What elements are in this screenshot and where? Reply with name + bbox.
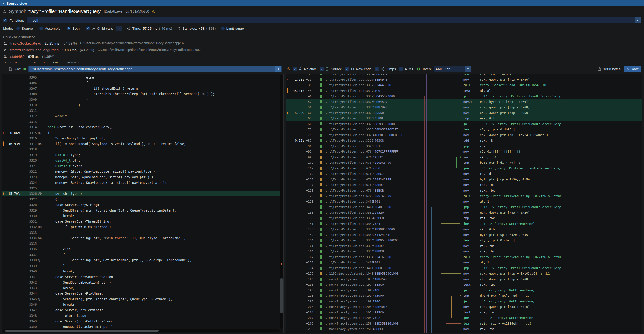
- source-line[interactable]: 3335 }: [2, 241, 284, 246]
- source-line[interactable]: 3323 memcpy( &ptr, &payload.ptr, sizeof(…: [2, 174, 284, 180]
- raw-code-toggle[interactable]: Raw code: [345, 67, 372, 71]
- source-list-icon[interactable]: [3, 67, 6, 71]
- asm-row[interactable]: +92..t\TracyProfiler.hpp:67649C7C1FFFFFF…: [286, 149, 642, 155]
- asm-file-line[interactable]: ..t\TracyProfiler.cpp:3334: [326, 233, 373, 237]
- source-line[interactable]: 3306 {: [2, 80, 284, 86]
- asm-file-line[interactable]: ..t\TracyProfiler.hpp:676: [326, 194, 373, 198]
- asm-row[interactable]: +46..t\TracyProfiler.cpp:33170F843502000…: [286, 93, 642, 99]
- asm-row[interactable]: +117..t\TracyProfiler.hpp:676488BD7movrd…: [286, 182, 642, 188]
- asm-file-line[interactable]: ..t\TracyProfiler.cpp:3326: [326, 133, 373, 137]
- asm-file-line[interactable]: ..mon\TracySystem.cpp:199: [326, 289, 373, 292]
- source-line[interactable]: 3321 uint32_t extra;: [2, 163, 284, 169]
- source-line[interactable]: 3342 SendSourceLocation( ptr );: [2, 280, 284, 285]
- asm-source-toggle[interactable]: Source: [320, 67, 342, 71]
- asm-file-line[interactable]: ..mon\TracySystem.cpp:199: [326, 300, 373, 303]
- source-line[interactable]: 3305 else: [2, 75, 284, 80]
- collapse-arrow-icon[interactable]: ▼: [2, 2, 4, 5]
- asm-row[interactable]: +198..mon\TracySystem.cpp:199744Cje.L6->…: [286, 299, 642, 304]
- asm-row[interactable]: +39..t\TracyProfiler.cpp:3317E824AA0000c…: [286, 82, 642, 88]
- chevron-down-icon[interactable]: [634, 17, 641, 23]
- asm-file-line[interactable]: ..t\TracyProfiler.cpp:3401: [326, 200, 373, 203]
- source-line[interactable]: 3350 QueueCallstackFrame( ptr );: [2, 324, 284, 330]
- parent-frame-button[interactable]: ▲: [116, 26, 122, 31]
- asm-file-line[interactable]: ..mon\TracySystem.cpp:203: [326, 316, 373, 320]
- asm-file-line[interactable]: ..t\TracyProfiler.cpp:3334: [326, 250, 373, 253]
- asm-row[interactable]: +141..t\TracyProfiler.cpp:33327524jne.L1…: [286, 221, 642, 227]
- asm-row[interactable]: +120..t\TracyProfiler.hpp:676488BCBmovrc…: [286, 188, 642, 193]
- child-call-item[interactable]: 1.tracy::Socket::Read25.25 ms(54.89%)C:\…: [0, 40, 644, 46]
- asm-file-line[interactable]: ..t\TracyProfiler.cpp:3317: [326, 94, 373, 98]
- att-checkbox[interactable]: [399, 67, 403, 71]
- source-line[interactable]: 3343 break;: [2, 285, 284, 291]
- source-line[interactable]: 3346 break;: [2, 302, 284, 308]
- asm-row[interactable]: +138..t\TracyProfiler.cpp:3332483BF8cmpr…: [286, 215, 642, 221]
- child-calls-toggle[interactable]: Child calls: [86, 26, 113, 30]
- source-line[interactable]: 3307 if( shouldExit ) return;: [2, 86, 284, 91]
- mode-radio-both[interactable]: Both: [66, 26, 80, 30]
- asm-row[interactable]: +149..t\TracyProfiler.cpp:3334C64424205F…: [286, 232, 642, 238]
- asm-file-line[interactable]: ..t\TracyProfiler.cpp:3317: [326, 83, 373, 87]
- asm-row[interactable]: 45.41%+44..t\TracyProfiler.cpp:331784C0t…: [286, 88, 642, 94]
- asm-row[interactable]: +79..t\TracyProfiler.cpp:3326418B8C80E0B…: [286, 132, 642, 138]
- assembly-pane[interactable]: +31..t\TracyProfiler.cpp:3317488D5597lea…: [286, 74, 642, 333]
- asm-row[interactable]: +190..mon\TracySystem.cpp:1974885C0testr…: [286, 282, 642, 288]
- source-line[interactable]: 3316 ServerQueryPacket payload;: [2, 136, 284, 141]
- asm-row[interactable]: +99..t\TracyProfiler.hpp:67649FFC1incr9;…: [286, 155, 642, 160]
- asm-file-line[interactable]: ..t\TracyProfiler.cpp:3332: [326, 222, 373, 225]
- source-line[interactable]: 3340 break;: [2, 269, 284, 274]
- asm-row[interactable]: +195..mon\TracySystem.cpp:199443900cmpdw…: [286, 293, 642, 299]
- source-line[interactable]: 3345@1 SendString( ptr, (const char*)ptr…: [2, 296, 284, 302]
- asm-row[interactable]: +179..1103\include\atomic:1048488B05B63C…: [286, 271, 642, 276]
- source-line[interactable]: 3348 return false;: [2, 313, 284, 319]
- asm-row[interactable]: 0.22%+87..t\TracyProfiler.cpp:33264903C8…: [286, 138, 642, 144]
- source-line[interactable]: 3329 SendString( ptr, (const char*)ptr, …: [2, 208, 284, 213]
- titlebar[interactable]: ▼ Source view: [0, 0, 644, 6]
- source-line[interactable]: 3332@3 if( ptr == m_mainThread ): [2, 224, 284, 230]
- child-call-item[interactable]: 3.stat64i32625 µs(1.36%): [0, 53, 644, 60]
- asm-row[interactable]: +161..t\TracyProfiler.cpp:3334488BD7movr…: [286, 243, 642, 249]
- uarch-combo[interactable]: AMD Zen 3: [433, 66, 471, 72]
- asm-file-line[interactable]: ..t\TracyProfiler.cpp:3326: [326, 111, 373, 115]
- asm-file-line[interactable]: ..mon\TracySystem.cpp:258: [326, 327, 373, 331]
- file-combo[interactable]: C:\Users\wolf\Desktop\darkrl\contrib\tra…: [28, 66, 282, 72]
- asm-file-line[interactable]: ..t\TracyProfiler.hpp:676: [326, 161, 373, 165]
- source-horizontal-scrollbar[interactable]: [3, 329, 280, 332]
- child-call-item[interactable]: 4.KeSynchronizeExecution125 µs(0.27%): [0, 60, 644, 63]
- jumps-checkbox[interactable]: [375, 67, 379, 71]
- asm-file-line[interactable]: ..t\TracyProfiler.cpp:3401: [326, 266, 373, 270]
- asm-row[interactable]: +109..t\TracyProfiler.hpp:6764C8BC7movr8…: [286, 171, 642, 177]
- asm-row[interactable]: +154..t\TracyProfiler.cpp:33344C8D055FBA…: [286, 238, 642, 243]
- source-line[interactable]: 3312 #endif: [2, 114, 284, 119]
- asm-row[interactable]: +209..mon\TracySystem.cpp:258488D35E8861…: [286, 321, 642, 327]
- asm-file-line[interactable]: ..t\TracyProfiler.cpp:3326: [326, 128, 373, 131]
- mode-radio-source[interactable]: Source: [16, 26, 33, 30]
- asm-file-line[interactable]: ..t\TracyProfiler.hpp:676: [326, 183, 373, 186]
- source-line[interactable]: 3337 {: [2, 252, 284, 258]
- source-pane[interactable]: 3305 else3306 {3307 if( shouldExit ) ret…: [2, 74, 284, 333]
- mode-radio-assembly[interactable]: Assembly: [39, 26, 60, 30]
- asm-row[interactable]: +164..t\TracyProfiler.cpp:3334488BCBmovr…: [286, 249, 642, 254]
- chevron-down-icon[interactable]: [275, 66, 282, 72]
- source-line[interactable]: 3328 case ServerQueryString:: [2, 202, 284, 208]
- asm-row[interactable]: +193..mon\TracySystem.cpp:199740Eje.L3->…: [286, 288, 642, 293]
- source-line[interactable]: 3310 }: [2, 102, 284, 108]
- source-line[interactable]: 3308 std::this_thread::sleep_for( std::c…: [2, 91, 284, 97]
- asm-file-line[interactable]: ..mon\TracySystem.cpp:199: [326, 294, 373, 298]
- source-line[interactable]: 3339 }: [2, 263, 284, 269]
- source-line[interactable]: 3336 else: [2, 246, 284, 252]
- asm-file-line[interactable]: ..t\TracyProfiler.cpp:3401: [326, 205, 373, 209]
- asm-row[interactable]: +186..mon\TracySystem.cpp:197448B4598mov…: [286, 276, 642, 282]
- source-line[interactable]: 3311 }: [2, 108, 284, 114]
- source-line[interactable]: 3318: [2, 147, 284, 152]
- source-line[interactable]: 3338@1 SendString( ptr, GetThreadName( p…: [2, 258, 284, 263]
- asm-file-line[interactable]: ..mon\TracySystem.cpp:203: [326, 305, 373, 309]
- source-line[interactable]: 3330 break;: [2, 213, 284, 219]
- relative-toggle[interactable]: Relative: [293, 67, 317, 71]
- asm-file-line[interactable]: ..t\TracyProfiler.cpp:3317: [326, 74, 373, 76]
- asm-file-line[interactable]: ..t\TracyProfiler.hpp:676: [326, 167, 373, 170]
- asm-file-line[interactable]: ..1103\include\atomic:1048: [326, 272, 373, 275]
- asm-row[interactable]: +128..t\TracyProfiler.cpp:3401B001moval,…: [286, 199, 642, 204]
- asm-row[interactable]: +172..t\TracyProfiler.cpp:3401B001moval,…: [286, 260, 642, 265]
- source-line[interactable]: 3324 memcpy( &extra, &payload.extra, siz…: [2, 180, 284, 186]
- asm-file-line[interactable]: ..t\TracyProfiler.cpp:3326: [326, 105, 373, 109]
